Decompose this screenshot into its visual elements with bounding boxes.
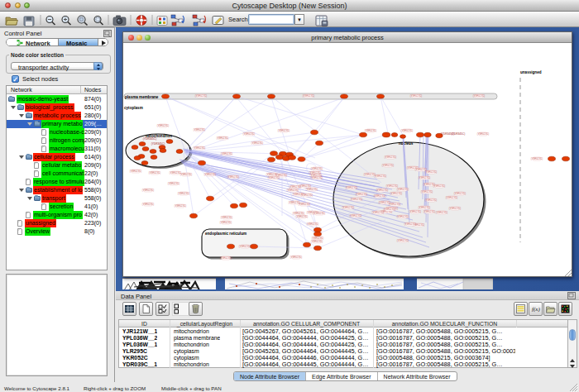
- svg-text:(YBR023C): (YBR023C): [268, 176, 280, 179]
- svg-text:(YBR023C): (YBR023C): [217, 136, 228, 140]
- svg-text:(YBR023C): (YBR023C): [397, 239, 409, 242]
- svg-text:plasma membrane: plasma membrane: [125, 95, 159, 99]
- svg-text:nucleus: nucleus: [399, 141, 414, 146]
- svg-text:(YBR023C): (YBR023C): [221, 216, 232, 219]
- svg-text:(YBR023C): (YBR023C): [149, 171, 160, 174]
- svg-text:(YBR023C): (YBR023C): [168, 182, 179, 185]
- svg-text:unassigned: unassigned: [520, 70, 542, 74]
- svg-text:(YBR023C): (YBR023C): [446, 196, 457, 199]
- svg-text:(YBR023C): (YBR023C): [287, 189, 299, 192]
- svg-text:(YBR023C): (YBR023C): [419, 206, 430, 209]
- svg-text:(YBR023C): (YBR023C): [290, 256, 302, 259]
- svg-text:(YBR023C): (YBR023C): [421, 190, 433, 194]
- svg-text:(YBR023C): (YBR023C): [425, 198, 437, 202]
- svg-text:(YBR023C): (YBR023C): [425, 170, 437, 174]
- svg-text:(YBR023C): (YBR023C): [227, 175, 239, 179]
- svg-text:(YBR023C): (YBR023C): [342, 206, 354, 209]
- svg-text:(YBR023C): (YBR023C): [449, 207, 461, 210]
- svg-text:(YBR023C): (YBR023C): [221, 152, 232, 155]
- svg-text:(YBR023C): (YBR023C): [175, 204, 186, 208]
- svg-text:(YBR023C): (YBR023C): [375, 174, 386, 178]
- svg-text:(YBR023C): (YBR023C): [311, 167, 323, 170]
- svg-text:(YBR023C): (YBR023C): [397, 215, 409, 218]
- svg-text:cytoplasm: cytoplasm: [124, 106, 143, 110]
- svg-text:(YBR023C): (YBR023C): [157, 124, 169, 127]
- svg-text:(YBR023C): (YBR023C): [454, 192, 466, 195]
- svg-text:(YBR023C): (YBR023C): [301, 194, 313, 197]
- svg-text:(YBR023C): (YBR023C): [376, 189, 388, 192]
- svg-text:(YBR023C): (YBR023C): [194, 146, 205, 150]
- svg-text:(YBR023C): (YBR023C): [351, 198, 362, 201]
- svg-text:(YBR023C): (YBR023C): [436, 211, 447, 214]
- svg-text:(YBR023C): (YBR023C): [385, 155, 396, 159]
- svg-text:(YBR023C): (YBR023C): [401, 129, 413, 132]
- svg-text:(YBR023C): (YBR023C): [384, 208, 395, 211]
- svg-text:(YBR023C): (YBR023C): [382, 164, 394, 167]
- svg-text:(YDR345C): (YDR345C): [143, 137, 156, 141]
- svg-text:(YBR023C): (YBR023C): [374, 194, 385, 198]
- svg-text:(YBR023C): (YBR023C): [477, 132, 489, 136]
- svg-text:(YBR023C): (YBR023C): [278, 129, 290, 132]
- svg-text:(YBR023C): (YBR023C): [142, 203, 154, 206]
- svg-text:(YBR023C): (YBR023C): [307, 222, 318, 226]
- svg-text:(YBR023C): (YBR023C): [356, 193, 367, 196]
- svg-text:(YBR023C): (YBR023C): [350, 214, 361, 218]
- svg-text:(YBR023C): (YBR023C): [178, 192, 189, 195]
- svg-text:(YBR023C): (YBR023C): [130, 170, 141, 173]
- svg-text:(YBR023C): (YBR023C): [423, 210, 435, 213]
- svg-text:f(x): f(x): [532, 306, 540, 313]
- svg-text:(YBR023C): (YBR023C): [251, 141, 263, 145]
- svg-text:(YBR023C): (YBR023C): [311, 176, 323, 179]
- svg-text:(YBR023C): (YBR023C): [299, 203, 310, 206]
- svg-text:(YDR345C): (YDR345C): [151, 142, 165, 146]
- svg-text:(YBR023C): (YBR023C): [311, 240, 323, 243]
- svg-text:(YBR023C): (YBR023C): [195, 94, 207, 98]
- svg-text:(YBR023C): (YBR023C): [306, 188, 318, 191]
- svg-text:(YBR023C): (YBR023C): [239, 245, 251, 248]
- svg-text:(YBR023C): (YBR023C): [397, 188, 409, 191]
- svg-text:(YBR023C): (YBR023C): [180, 173, 192, 176]
- svg-text:(YBR023C): (YBR023C): [404, 222, 416, 226]
- svg-text:(YBR023C): (YBR023C): [365, 129, 376, 132]
- svg-text:(YBR023C): (YBR023C): [142, 189, 154, 192]
- svg-text:(YBR023C): (YBR023C): [220, 221, 232, 224]
- svg-text:endoplasmic reticulum: endoplasmic reticulum: [205, 232, 246, 236]
- svg-text:(YBR023C): (YBR023C): [372, 211, 384, 214]
- svg-text:(YBR023C): (YBR023C): [313, 212, 325, 215]
- svg-text:(YBR023C): (YBR023C): [220, 256, 232, 260]
- svg-text:(YBR023C): (YBR023C): [409, 210, 421, 213]
- svg-text:(YBR023C): (YBR023C): [390, 192, 402, 195]
- svg-text:(YBR023C): (YBR023C): [410, 94, 422, 98]
- svg-text:(YBR023C): (YBR023C): [433, 184, 445, 188]
- svg-text:(YBR023C): (YBR023C): [379, 201, 390, 204]
- svg-text:(YDR345C): (YDR345C): [452, 132, 465, 136]
- svg-text:(YBR023C): (YBR023C): [303, 94, 314, 98]
- svg-text:(YBR023C): (YBR023C): [204, 173, 216, 176]
- svg-text:(YBR023C): (YBR023C): [473, 94, 485, 98]
- svg-text:(YBR023C): (YBR023C): [296, 215, 308, 218]
- svg-text:(YBR023C): (YBR023C): [531, 157, 543, 160]
- svg-text:(YBR023C): (YBR023C): [194, 128, 205, 131]
- svg-text:(YBR023C): (YBR023C): [419, 176, 430, 179]
- svg-text:(YBR023C): (YBR023C): [346, 186, 357, 189]
- svg-text:(YBR023C): (YBR023C): [243, 132, 255, 136]
